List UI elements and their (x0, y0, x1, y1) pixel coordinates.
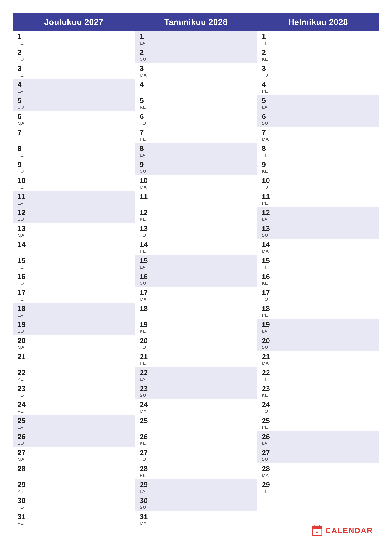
day-row: 30SU (135, 495, 257, 511)
day-number: 9 (262, 161, 374, 169)
day-name: MA (18, 345, 130, 350)
day-row: 9KE (257, 159, 379, 175)
day-row: 4TI (135, 79, 257, 95)
day-name: MA (18, 233, 130, 238)
day-name: TI (18, 473, 130, 478)
day-row-empty (257, 495, 379, 509)
day-row: 1TI (257, 31, 379, 47)
day-number: 7 (140, 128, 252, 137)
day-name: SU (18, 217, 130, 222)
day-row: 15LA (135, 255, 257, 271)
days-container-0: 1KE2TO3PE4LA5SU6MA7TI8KE9TO10PE11LA12SU1… (13, 31, 135, 542)
day-row: 25TI (135, 416, 257, 431)
day-number: 11 (262, 193, 374, 201)
day-number: 4 (18, 80, 130, 89)
day-name: KE (262, 168, 374, 174)
day-row: 21PE (135, 351, 257, 367)
day-number: 28 (262, 465, 374, 473)
day-name: MA (262, 473, 374, 478)
day-name: MA (262, 248, 374, 254)
day-number: 10 (140, 176, 252, 185)
day-name: MA (262, 361, 374, 366)
day-row: 12SU (13, 207, 135, 223)
day-number: 28 (140, 465, 252, 473)
day-number: 20 (18, 337, 130, 345)
day-number: 1 (140, 32, 252, 41)
day-row: 31MA (135, 511, 257, 527)
day-number: 17 (18, 289, 130, 297)
month-col-2: Helmikuu 20281TI2KE3TO4PE5LA6SU7MA8TI9KE… (257, 13, 379, 542)
day-name: TI (18, 361, 130, 366)
day-name: TO (262, 184, 374, 190)
day-number: 11 (140, 193, 252, 201)
day-number: 23 (262, 385, 374, 393)
day-name: MA (18, 457, 130, 462)
day-name: LA (140, 41, 252, 46)
day-name: TO (262, 297, 374, 302)
day-number: 27 (262, 449, 374, 457)
day-name: TI (262, 153, 374, 158)
month-col-1: Tammikuu 20281LA2SU3MA4TI5KE6TO7PE8LA9SU… (135, 13, 257, 542)
day-number: 14 (140, 241, 252, 248)
day-row: 14PE (135, 239, 257, 255)
day-name: MA (140, 521, 252, 526)
svg-rect-1 (312, 526, 322, 529)
day-name: SU (140, 57, 252, 62)
day-number: 14 (262, 241, 374, 248)
day-number: 19 (140, 321, 252, 329)
day-row: 26SU (13, 431, 135, 447)
day-number: 3 (262, 64, 374, 73)
svg-text:7: 7 (316, 532, 318, 535)
day-row: 10TO (257, 175, 379, 191)
day-name: MA (140, 73, 252, 78)
day-number: 30 (140, 497, 252, 505)
day-name: MA (18, 121, 130, 126)
day-name: KE (140, 217, 252, 222)
day-number: 31 (140, 513, 252, 521)
day-row: 7TI (13, 127, 135, 143)
month-header-2: Helmikuu 2028 (257, 13, 379, 31)
day-number: 2 (262, 48, 374, 57)
day-row: 28PE (135, 463, 257, 479)
day-row: 27TO (135, 447, 257, 463)
day-row: 23TO (13, 383, 135, 399)
day-number: 29 (18, 481, 130, 489)
day-name: TO (18, 168, 130, 174)
day-row: 8LA (135, 143, 257, 159)
day-row: 28MA (257, 463, 379, 479)
day-name: TI (262, 377, 374, 382)
day-row: 17TO (257, 287, 379, 303)
day-row: 22LA (135, 367, 257, 383)
day-number: 22 (262, 369, 374, 377)
day-row: 3PE (13, 63, 135, 79)
day-row: 17MA (135, 287, 257, 303)
day-name: LA (140, 377, 252, 382)
day-row: 26LA (257, 431, 379, 447)
day-row: 24PE (13, 399, 135, 415)
day-name: LA (262, 217, 374, 222)
day-number: 16 (140, 273, 252, 281)
day-number: 18 (262, 305, 374, 313)
day-row: 8TI (257, 143, 379, 159)
day-row: 21MA (257, 351, 379, 367)
day-name: TI (18, 248, 130, 254)
day-number: 14 (18, 241, 130, 248)
day-name: LA (140, 489, 252, 494)
day-row: 1KE (13, 31, 135, 47)
day-row: 19KE (135, 319, 257, 335)
day-number: 28 (18, 465, 130, 473)
day-number: 12 (262, 209, 374, 217)
day-number: 3 (18, 64, 130, 73)
day-row: 13TO (135, 223, 257, 239)
day-number: 11 (18, 193, 130, 201)
day-number: 15 (262, 257, 374, 265)
day-name: SU (262, 457, 374, 462)
day-row: 15TI (257, 255, 379, 271)
day-name: TO (140, 121, 252, 126)
day-number: 18 (18, 305, 130, 313)
day-name: SU (262, 345, 374, 350)
day-row: 4LA (13, 79, 135, 95)
day-name: TO (18, 393, 130, 398)
day-row: 27MA (13, 447, 135, 463)
month-header-1: Tammikuu 2028 (135, 13, 257, 31)
